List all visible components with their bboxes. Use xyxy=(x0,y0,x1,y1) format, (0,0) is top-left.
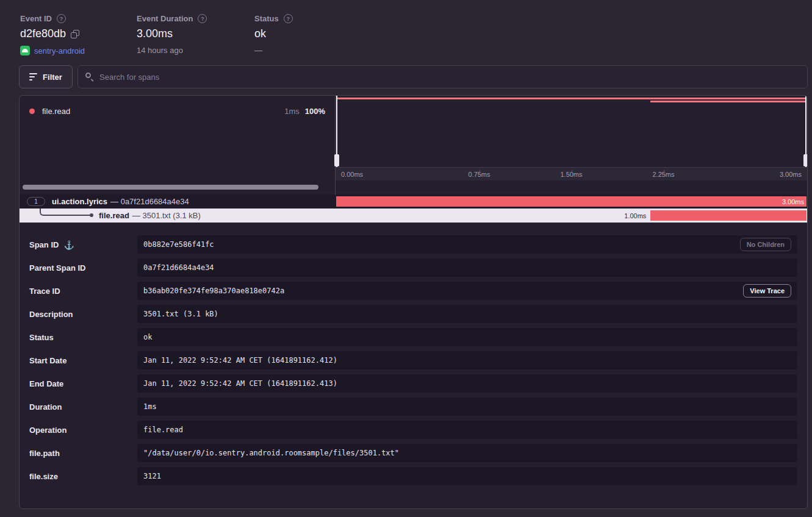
detail-value: 0b882e7e586f41fc xyxy=(143,240,214,249)
minimap-span-line-root xyxy=(337,98,805,99)
span-bar-duration: 1.00ms xyxy=(624,209,646,223)
span-search-box[interactable] xyxy=(77,65,808,88)
minimap-left-grab[interactable] xyxy=(334,154,339,166)
detail-value-box: 0b882e7e586f41fc No Children xyxy=(137,235,797,254)
tree-scroll-strip xyxy=(20,180,807,194)
span-bar[interactable]: 3.00ms xyxy=(336,196,807,207)
tree-scrollbar-thumb[interactable] xyxy=(23,185,318,190)
event-header: Event ID ? d2fe80db sentry-android Event… xyxy=(0,0,812,55)
span-row-root-left: 1 ui.action.lyrics — 0a7f21d6684a4e34 xyxy=(20,194,336,209)
project-row: sentry-android xyxy=(20,46,137,55)
help-icon[interactable]: ? xyxy=(57,14,66,23)
event-age: 14 hours ago xyxy=(137,46,254,55)
span-description: — 0a7f21d6684a4e34 xyxy=(110,197,189,206)
help-icon[interactable]: ? xyxy=(284,14,293,23)
detail-label: Trace ID xyxy=(29,282,137,300)
span-bar-duration: 3.00ms xyxy=(782,198,807,205)
detail-row-status: Status ok xyxy=(29,328,797,346)
axis-tickmark xyxy=(664,170,664,173)
operation-color-dot xyxy=(29,109,35,114)
axis-tickmark xyxy=(572,170,572,173)
detail-row-end-date: End Date Jan 11, 2022 9:52:42 AM CET (16… xyxy=(29,374,797,393)
detail-label: Span ID ⚓ xyxy=(29,235,137,254)
span-row-root-timeline[interactable]: 3.00ms xyxy=(336,194,807,209)
span-row-selected-timeline[interactable]: 1.00ms xyxy=(336,209,807,223)
detail-value-box: Jan 11, 2022 9:52:42 AM CET (1641891162.… xyxy=(137,351,797,369)
help-icon[interactable]: ? xyxy=(198,14,207,23)
status-label: Status xyxy=(254,14,279,23)
detail-row-description: Description 3501.txt (3.1 kB) xyxy=(29,305,797,323)
child-count-badge[interactable]: 1 xyxy=(27,197,45,206)
detail-row-start-date: Start Date Jan 11, 2022 9:52:42 AM CET (… xyxy=(29,351,797,369)
search-icon xyxy=(85,73,94,81)
span-search-input[interactable] xyxy=(99,73,800,82)
detail-row-span-id: Span ID ⚓ 0b882e7e586f41fc No Children xyxy=(29,235,797,254)
copy-icon[interactable] xyxy=(71,30,80,39)
operation-legend-row[interactable]: file.read 1ms 100% xyxy=(29,107,325,116)
detail-value-box: Jan 11, 2022 9:52:42 AM CET (1641891162.… xyxy=(137,374,797,393)
detail-row-operation: Operation file.read xyxy=(29,421,797,439)
detail-value-box: "/data/user/0/io.sentry.android.roomsamp… xyxy=(137,444,797,462)
detail-label: file.size xyxy=(29,467,137,485)
minimap-right-handle[interactable] xyxy=(805,96,807,167)
detail-value-box: file.read xyxy=(137,421,797,439)
project-link[interactable]: sentry-android xyxy=(34,46,85,55)
span-row-root[interactable]: 1 ui.action.lyrics — 0a7f21d6684a4e34 3.… xyxy=(20,194,807,209)
detail-value: "/data/user/0/io.sentry.android.roomsamp… xyxy=(143,449,399,457)
detail-value-box: 1ms xyxy=(137,398,797,416)
axis-tick-label: 0.75ms xyxy=(433,171,525,178)
event-id-label-row: Event ID ? xyxy=(20,14,137,23)
span-description: — 3501.txt (3.1 kB) xyxy=(132,211,201,220)
span-row-selected[interactable]: file.read — 3501.txt (3.1 kB) 1.00ms xyxy=(20,209,807,223)
span-bar[interactable] xyxy=(650,210,807,221)
detail-value: 3501.txt (3.1 kB) xyxy=(143,310,218,318)
anchor-icon[interactable]: ⚓ xyxy=(63,240,74,250)
detail-row-file-path: file.path "/data/user/0/io.sentry.androi… xyxy=(29,444,797,462)
scroll-strip-spacer xyxy=(336,180,807,194)
minimap-right-grab[interactable] xyxy=(803,154,808,166)
event-id-label: Event ID xyxy=(20,14,52,23)
axis-tick-label: 0.00ms xyxy=(336,171,433,178)
operation-duration: 1ms xyxy=(284,107,300,116)
span-operation: file.read xyxy=(99,211,129,220)
axis-tick-label: 1.50ms xyxy=(525,171,617,178)
status-sub: — xyxy=(254,46,293,55)
detail-label: Operation xyxy=(29,421,137,439)
event-id-value: d2fe80db xyxy=(20,27,66,40)
android-platform-icon xyxy=(20,46,30,55)
event-duration-value: 3.00ms xyxy=(137,27,254,40)
detail-value: Jan 11, 2022 9:52:42 AM CET (1641891162.… xyxy=(143,356,337,365)
operations-breakdown: file.read 1ms 100% xyxy=(20,96,336,180)
minimap-span-line-child xyxy=(650,101,805,102)
detail-value: 3121 xyxy=(143,472,161,480)
detail-value-box: 3121 xyxy=(137,467,797,485)
detail-value: 0a7f21d6684a4e34 xyxy=(143,263,214,272)
event-duration-column: Event Duration ? 3.00ms 14 hours ago xyxy=(137,14,254,55)
detail-label: Start Date xyxy=(29,351,137,369)
detail-value: file.read xyxy=(143,426,183,434)
operation-name: file.read xyxy=(42,107,70,116)
event-id-column: Event ID ? d2fe80db sentry-android xyxy=(20,14,137,55)
detail-row-parent-span-id: Parent Span ID 0a7f21d6684a4e34 xyxy=(29,258,797,277)
detail-label: file.path xyxy=(29,444,137,462)
no-children-button[interactable]: No Children xyxy=(740,238,791,251)
detail-value-box: b36ab020fe374fe98a370ae818e0742a View Tr… xyxy=(137,282,797,300)
detail-label: Description xyxy=(29,305,137,323)
status-value: ok xyxy=(254,27,293,40)
span-row-selected-left: file.read — 3501.txt (3.1 kB) xyxy=(20,209,336,223)
detail-label: Status xyxy=(29,328,137,346)
tree-connector-line xyxy=(40,209,90,216)
axis-tickmark xyxy=(480,170,480,173)
event-duration-label: Event Duration xyxy=(137,14,193,23)
detail-row-file-size: file.size 3121 xyxy=(29,467,797,485)
detail-value-box: 3501.txt (3.1 kB) xyxy=(137,305,797,323)
detail-value: 1ms xyxy=(143,402,157,411)
status-label-row: Status ? xyxy=(254,14,293,23)
view-trace-button[interactable]: View Trace xyxy=(743,284,791,298)
filter-button[interactable]: Filter xyxy=(19,65,73,88)
minimap-timeline[interactable]: 0.00ms 0.75ms 1.50ms 2.25ms 3.00ms xyxy=(336,96,807,180)
detail-label: End Date xyxy=(29,374,137,393)
event-id-value-row: d2fe80db xyxy=(20,27,137,40)
minimap-left-handle[interactable] xyxy=(336,96,337,167)
span-operation: ui.action.lyrics xyxy=(52,197,107,206)
